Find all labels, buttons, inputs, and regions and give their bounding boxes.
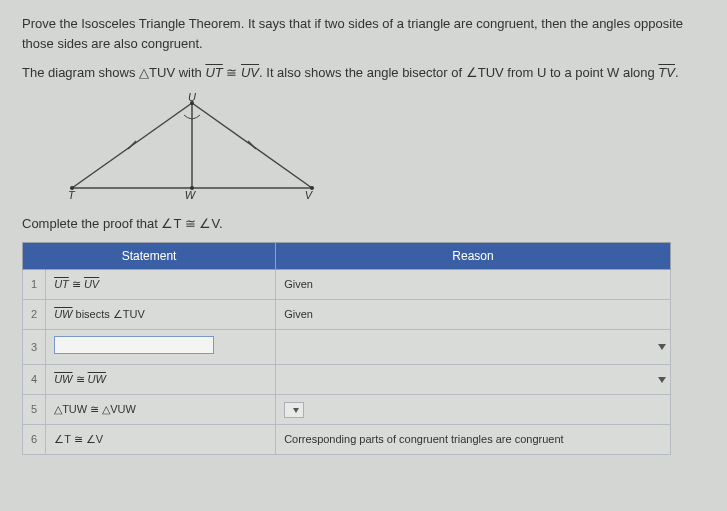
header-statement: Statement — [23, 242, 276, 269]
reason-cell-6: Corresponding parts of congruent triangl… — [276, 425, 671, 455]
stmt-cell-2: UW bisects ∠TUV — [46, 299, 276, 329]
seg-uv: UV — [241, 65, 259, 80]
seg-tv: TV — [658, 65, 675, 80]
reason-dropdown[interactable] — [284, 402, 304, 418]
stmt-rest: bisects ∠TUV — [72, 308, 144, 320]
table-row: 2 UW bisects ∠TUV Given — [23, 299, 671, 329]
p2-mid: . It also shows the angle bisector of ∠T… — [259, 65, 658, 80]
row-num: 4 — [23, 365, 46, 395]
table-row: 5 △TUW ≅ △VUW — [23, 395, 671, 425]
reason-cell-4[interactable] — [276, 365, 671, 395]
stmt-cell-3[interactable] — [46, 329, 276, 365]
statement-input[interactable] — [54, 336, 214, 354]
triangle-diagram: U T W V — [62, 93, 705, 209]
stmt-cell-4: UW ≅ UW — [46, 365, 276, 395]
stmt-cell-5: △TUW ≅ △VUW — [46, 395, 276, 425]
svg-marker-10 — [637, 493, 649, 510]
vertex-t-label: T — [68, 189, 76, 201]
row-num: 3 — [23, 329, 46, 365]
svg-line-5 — [248, 141, 256, 149]
reason-cell-1: Given — [276, 269, 671, 299]
proof-table: Statement Reason 1 UT ≅ UV Given 2 UW bi… — [22, 242, 671, 456]
stmt-cell-1: UT ≅ UV — [46, 269, 276, 299]
vertex-w-label: W — [185, 189, 197, 201]
p2-prefix: The diagram shows △TUV with — [22, 65, 205, 80]
seg-ut: UT — [205, 65, 222, 80]
svg-point-8 — [310, 186, 314, 190]
row-num: 5 — [23, 395, 46, 425]
table-row: 1 UT ≅ UV Given — [23, 269, 671, 299]
intro-paragraph-2: The diagram shows △TUV with UT ≅ UV. It … — [22, 63, 705, 83]
complete-proof-heading: Complete the proof that ∠T ≅ ∠V. — [22, 214, 705, 234]
stmt-cell-6: ∠T ≅ ∠V — [46, 425, 276, 455]
header-reason: Reason — [276, 242, 671, 269]
seg-ut: UT — [54, 278, 69, 290]
vertex-v-label: V — [305, 189, 314, 201]
svg-point-6 — [70, 186, 74, 190]
intro-paragraph-1: Prove the Isosceles Triangle Theorem. It… — [22, 14, 705, 53]
table-row: 6 ∠T ≅ ∠V Corresponding parts of congrue… — [23, 425, 671, 455]
table-row: 4 UW ≅ UW — [23, 365, 671, 395]
chevron-down-icon[interactable] — [658, 377, 666, 383]
seg-uw: UW — [88, 373, 106, 385]
svg-point-7 — [190, 186, 194, 190]
table-row: 3 — [23, 329, 671, 365]
reason-cell-3[interactable] — [276, 329, 671, 365]
seg-uv: UV — [84, 278, 99, 290]
svg-point-9 — [190, 101, 194, 105]
row-num: 6 — [23, 425, 46, 455]
chevron-down-icon[interactable] — [658, 344, 666, 350]
row-num: 1 — [23, 269, 46, 299]
p2-end: . — [675, 65, 679, 80]
svg-line-4 — [128, 141, 136, 149]
cong-1: ≅ — [223, 65, 241, 80]
reason-cell-5[interactable] — [276, 395, 671, 425]
seg-uw: UW — [54, 308, 72, 320]
seg-uw: UW — [54, 373, 72, 385]
row-num: 2 — [23, 299, 46, 329]
reason-cell-2: Given — [276, 299, 671, 329]
